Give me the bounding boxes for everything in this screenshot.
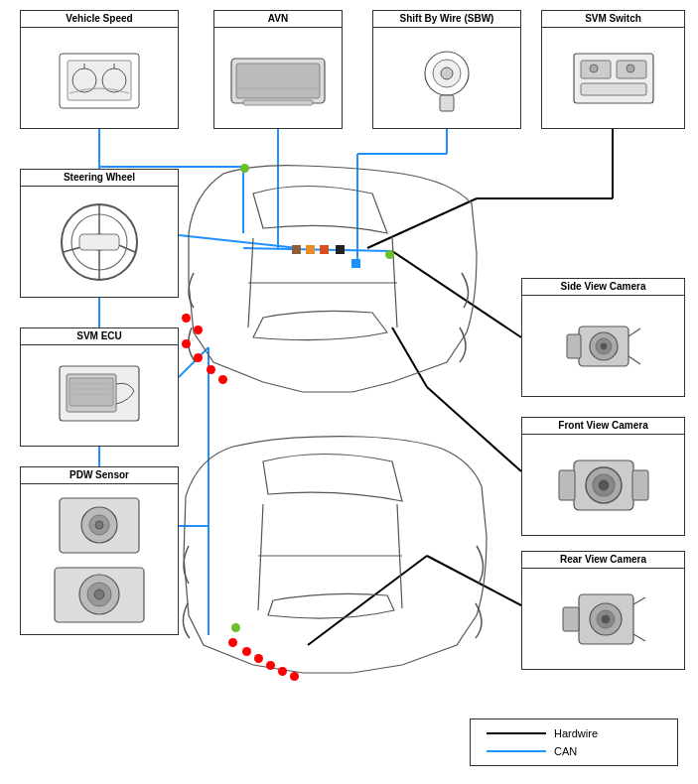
svg-rect-58 bbox=[79, 234, 119, 250]
svg-line-92 bbox=[633, 634, 645, 641]
svg-rect-77 bbox=[567, 334, 581, 358]
svg-line-21 bbox=[427, 387, 521, 471]
side-view-camera-image bbox=[545, 296, 662, 396]
dot-red-7 bbox=[228, 638, 237, 647]
dot-red-10 bbox=[266, 661, 275, 670]
dot-red-2 bbox=[194, 326, 203, 334]
steering-wheel-image bbox=[46, 187, 153, 297]
svg-point-83 bbox=[599, 480, 609, 490]
dot-red-4 bbox=[194, 353, 203, 362]
svg-line-78 bbox=[628, 328, 640, 336]
svg-rect-85 bbox=[632, 470, 648, 500]
svg-rect-48 bbox=[581, 83, 646, 95]
pdw-sensor-component: PDW Sensor bbox=[20, 466, 179, 635]
dot-red-orange bbox=[320, 245, 329, 254]
sbw-label: Shift By Wire (SBW) bbox=[373, 11, 520, 28]
dot-blue bbox=[351, 259, 360, 268]
front-view-camera-component: Front View Camera bbox=[521, 417, 685, 536]
rear-view-camera-image bbox=[545, 569, 662, 669]
pdw-sensor-label: PDW Sensor bbox=[21, 467, 178, 484]
dot-red-11 bbox=[278, 667, 287, 676]
svg-line-24 bbox=[308, 556, 427, 645]
svg-rect-38 bbox=[236, 64, 320, 98]
dot-red-9 bbox=[254, 654, 263, 663]
svg-line-20 bbox=[392, 251, 521, 337]
avn-component: AVN bbox=[213, 10, 343, 129]
svm-switch-component: SVM Switch bbox=[541, 10, 685, 129]
svg-point-50 bbox=[627, 65, 634, 72]
steering-wheel-label: Steering Wheel bbox=[21, 170, 178, 187]
svg-line-15 bbox=[179, 347, 209, 377]
legend-can-label: CAN bbox=[554, 745, 577, 757]
dot-red-1 bbox=[182, 314, 191, 323]
svm-ecu-label: SVM ECU bbox=[21, 328, 178, 345]
svg-point-89 bbox=[602, 615, 610, 623]
svg-point-76 bbox=[601, 343, 607, 349]
vehicle-speed-component: Vehicle Speed bbox=[20, 10, 179, 129]
rear-view-camera-label: Rear View Camera bbox=[522, 552, 684, 569]
svg-point-49 bbox=[590, 65, 598, 72]
dot-green-3 bbox=[231, 623, 240, 632]
dot-red-8 bbox=[242, 647, 251, 656]
legend-hardwire-label: Hardwire bbox=[554, 727, 598, 739]
svg-line-12 bbox=[179, 235, 298, 248]
rear-view-camera-component: Rear View Camera bbox=[521, 551, 685, 670]
dot-orange bbox=[306, 245, 315, 254]
svg-rect-44 bbox=[440, 95, 454, 111]
svm-switch-label: SVM Switch bbox=[542, 11, 684, 28]
front-view-camera-image bbox=[545, 435, 662, 535]
dot-green-2 bbox=[385, 250, 394, 259]
dot-red-12 bbox=[290, 672, 299, 681]
dot-red-6 bbox=[218, 375, 227, 384]
dot-red-5 bbox=[207, 365, 215, 374]
steering-wheel-component: Steering Wheel bbox=[20, 169, 179, 298]
dot-black bbox=[336, 245, 345, 254]
avn-image bbox=[219, 28, 337, 128]
svg-line-91 bbox=[633, 597, 645, 604]
dot-green-1 bbox=[240, 164, 249, 173]
legend-box: Hardwire CAN bbox=[470, 719, 678, 766]
legend-hardwire-line bbox=[487, 732, 546, 734]
svm-ecu-component: SVM ECU bbox=[20, 327, 179, 447]
svm-ecu-image bbox=[41, 345, 158, 446]
sbw-image bbox=[403, 28, 490, 128]
legend-can: CAN bbox=[487, 745, 661, 757]
svg-rect-90 bbox=[563, 607, 579, 631]
svg-line-79 bbox=[628, 356, 640, 364]
shift-by-wire-component: Shift By Wire (SBW) bbox=[372, 10, 521, 129]
avn-label: AVN bbox=[214, 11, 342, 28]
front-view-camera-label: Front View Camera bbox=[522, 418, 684, 435]
svg-point-72 bbox=[94, 589, 104, 599]
svg-rect-84 bbox=[559, 470, 575, 500]
svm-switch-image bbox=[555, 28, 672, 128]
svg-rect-61 bbox=[70, 378, 113, 406]
side-view-camera-label: Side View Camera bbox=[522, 279, 684, 296]
svg-point-43 bbox=[441, 67, 453, 79]
svg-line-26 bbox=[392, 236, 397, 327]
legend-can-line bbox=[487, 750, 546, 752]
dot-brown bbox=[292, 245, 301, 254]
svg-rect-32 bbox=[68, 61, 131, 100]
vehicle-speed-label: Vehicle Speed bbox=[21, 11, 178, 28]
vehicle-speed-image bbox=[46, 28, 153, 128]
pdw-sensor-image bbox=[36, 484, 163, 634]
dot-red-3 bbox=[182, 339, 191, 348]
svg-point-68 bbox=[95, 521, 103, 529]
svg-line-11 bbox=[367, 198, 477, 248]
legend-hardwire: Hardwire bbox=[487, 727, 661, 739]
svg-line-29 bbox=[397, 504, 402, 608]
svg-line-22 bbox=[392, 327, 427, 387]
svg-line-13 bbox=[243, 248, 392, 251]
svg-rect-40 bbox=[243, 100, 313, 105]
svg-line-28 bbox=[258, 504, 263, 610]
svg-line-25 bbox=[248, 238, 253, 327]
diagram-container: Vehicle Speed AVN Shift B bbox=[0, 0, 698, 784]
side-view-camera-component: Side View Camera bbox=[521, 278, 685, 397]
svg-line-23 bbox=[427, 556, 521, 605]
